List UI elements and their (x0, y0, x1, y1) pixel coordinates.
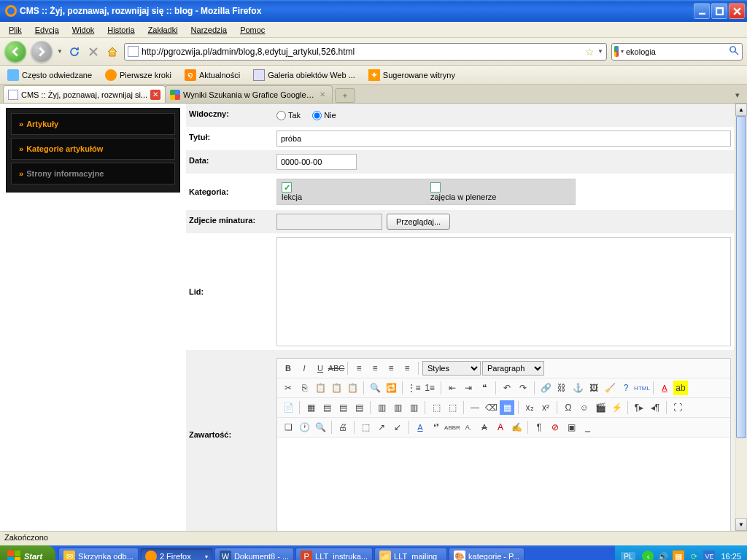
tray-icon[interactable]: VE (703, 551, 715, 560)
home-button[interactable] (105, 44, 120, 59)
task-folder[interactable]: 📁LLT_mailing (374, 548, 447, 560)
bookmark-first-steps[interactable]: Pierwsze kroki (102, 68, 174, 82)
url-dropdown[interactable]: ▼ (597, 48, 603, 55)
editor-pagebreak-button[interactable]: ⎯ (580, 420, 595, 435)
start-button[interactable]: Start (0, 545, 55, 560)
editor-style-button[interactable]: A (413, 420, 427, 435)
editor-html-button[interactable]: HTML (635, 381, 649, 395)
editor-italic-button[interactable]: I (297, 361, 311, 376)
radio-tak[interactable] (276, 111, 286, 120)
editor-template-button[interactable]: ▣ (564, 420, 578, 435)
editor-underline-button[interactable]: U (313, 361, 328, 376)
menu-file[interactable]: Plik (3, 24, 28, 36)
editor-ins-button[interactable]: A (493, 420, 508, 435)
editor-visualchars-button[interactable]: ¶ (532, 420, 546, 435)
editor-cleanup-button[interactable]: 🧹 (603, 381, 617, 395)
clock[interactable]: 16:25 (721, 552, 741, 560)
bookmark-star-icon[interactable]: ☆ (585, 46, 595, 58)
menu-bookmarks[interactable]: Zakładki (142, 24, 184, 36)
menu-history[interactable]: Historia (101, 24, 140, 36)
editor-bgcolor-button[interactable]: ab (673, 381, 688, 395)
editor-col-before-button[interactable]: ▥ (374, 400, 389, 415)
editor-rtl-button[interactable]: ◂¶ (648, 400, 662, 415)
editor-fullscreen-button[interactable]: ⛶ (670, 400, 685, 415)
editor-print-button[interactable]: 🖨 (336, 420, 350, 435)
editor-media-button[interactable]: 🎬 (593, 400, 608, 415)
editor-removeformat-button[interactable]: ⌫ (484, 400, 498, 415)
editor-ul-button[interactable]: ⋮≡ (406, 381, 421, 395)
editor-acronym-button[interactable]: A. (461, 420, 476, 435)
editor-replace-button[interactable]: 🔁 (384, 381, 398, 395)
search-engine-dropdown[interactable]: ▾ (621, 48, 624, 55)
sidebar-item-categories[interactable]: »Kategorie artykułów (11, 138, 175, 160)
editor-split-button[interactable]: ⬚ (445, 400, 460, 415)
search-box[interactable]: ▾ (611, 43, 743, 61)
editor-ol-button[interactable]: 1≡ (422, 381, 437, 395)
bookmark-news[interactable]: ໑Aktualności (182, 68, 243, 82)
scroll-thumb[interactable] (736, 116, 746, 438)
task-firefox[interactable]: 2 Firefox▾ (140, 548, 213, 560)
editor-styles-select[interactable]: Styles (422, 361, 481, 376)
back-button[interactable] (4, 41, 26, 63)
task-ppt1[interactable]: PLLT_instruka... (295, 548, 373, 560)
tab-google-images[interactable]: Wyniki Szukania w Grafice Google dla h..… (165, 85, 333, 103)
editor-indent-button[interactable]: ⇥ (461, 381, 476, 395)
task-paint[interactable]: 🎨kategorie - P... (449, 548, 525, 560)
editor-row-before-button[interactable]: ▤ (320, 400, 334, 415)
editor-abbr-button[interactable]: ABBR (445, 420, 460, 435)
editor-anchor-button[interactable]: ⚓ (570, 381, 585, 395)
editor-cut-button[interactable]: ✂ (281, 381, 295, 395)
bookmark-gallery[interactable]: Galeria obiektów Web ... (250, 68, 358, 82)
bookmark-often-visited[interactable]: Często odwiedzane (4, 68, 95, 82)
browse-button[interactable]: Przeglądaj... (387, 214, 450, 230)
editor-unlink-button[interactable]: ⛓ (554, 381, 569, 395)
editor-body[interactable] (277, 438, 730, 531)
bookmark-suggested[interactable]: ✦Sugerowane witryny (365, 68, 458, 82)
task-word[interactable]: WDokument8 - ... (214, 548, 294, 560)
sidebar-item-articles[interactable]: »Artykuły (11, 113, 175, 135)
editor-nbsp-button[interactable]: ⊘ (548, 420, 562, 435)
editor-find-button[interactable]: 🔍 (368, 381, 382, 395)
editor-redo-button[interactable]: ↷ (516, 381, 530, 395)
editor-row-after-button[interactable]: ▤ (336, 400, 350, 415)
close-tab-icon[interactable]: ✕ (150, 90, 160, 100)
search-button[interactable] (729, 45, 740, 58)
search-input[interactable] (626, 47, 727, 56)
editor-delete-col-button[interactable]: ▥ (406, 400, 421, 415)
editor-delete-row-button[interactable]: ▤ (352, 400, 366, 415)
vertical-scrollbar[interactable]: ▲ ▼ (735, 104, 747, 531)
editor-col-after-button[interactable]: ▥ (390, 400, 405, 415)
editor-abs-button[interactable]: ⬚ (358, 420, 373, 435)
task-outlook[interactable]: ✉Skrzynka odb... (58, 548, 139, 560)
menu-view[interactable]: Widok (66, 24, 101, 36)
editor-textcolor-button[interactable]: A (657, 381, 672, 395)
editor-sub-button[interactable]: x₂ (522, 400, 537, 415)
editor-ltr-button[interactable]: ¶▸ (632, 400, 646, 415)
sidebar-item-info-pages[interactable]: »Strony informacyjne (11, 163, 175, 184)
tab-cms[interactable]: CMS :: Żyj, poznawaj, rozwnijaj si... ✕ (3, 85, 166, 103)
editor-undo-button[interactable]: ↶ (500, 381, 514, 395)
tray-icon[interactable]: 🔊 (657, 551, 669, 560)
editor-flash-button[interactable]: ⚡ (609, 400, 624, 415)
url-bar[interactable]: ☆ ▼ (124, 43, 607, 61)
tray-icon[interactable]: ‹ (642, 551, 654, 560)
editor-preview-button[interactable]: 🔍 (313, 420, 328, 435)
scroll-up-button[interactable]: ▲ (735, 104, 747, 116)
editor-align-left-button[interactable]: ≡ (352, 361, 366, 376)
editor-hr-button[interactable]: — (468, 400, 482, 415)
language-indicator[interactable]: PL (621, 552, 635, 561)
file-input[interactable] (276, 214, 382, 230)
editor-del-button[interactable]: A (477, 420, 492, 435)
editor-paste-button[interactable]: 📋 (313, 381, 328, 395)
tray-icon[interactable]: ⟳ (688, 551, 700, 560)
history-dropdown[interactable]: ▼ (57, 48, 63, 55)
new-tab-button[interactable]: + (335, 88, 355, 103)
editor-sup-button[interactable]: x² (538, 400, 553, 415)
editor-help-button[interactable]: ? (619, 381, 633, 395)
editor-outdent-button[interactable]: ⇤ (445, 381, 460, 395)
editor-justify-button[interactable]: ≡ (400, 361, 414, 376)
editor-emoji-button[interactable]: ☺ (577, 400, 592, 415)
menu-help[interactable]: Pomoc (234, 24, 271, 36)
maximize-button[interactable] (711, 3, 727, 19)
google-icon[interactable] (614, 46, 619, 57)
